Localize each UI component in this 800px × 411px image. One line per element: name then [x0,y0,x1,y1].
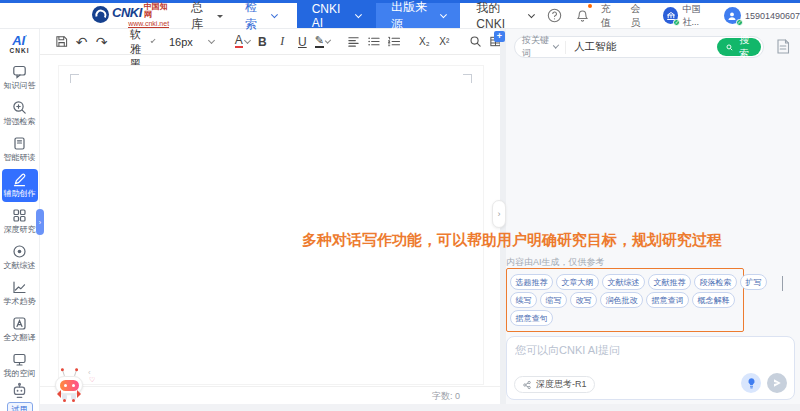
sidebar-collapse-handle[interactable]: › [36,209,44,235]
sidebar-item-label: 文献综述 [4,260,36,271]
nav-zongku[interactable]: 总库 [191,3,223,28]
user-account[interactable]: ✓ 15901490607 [724,3,800,28]
sidebar-ai-logo[interactable]: AI' CNKI [10,29,30,58]
sidebar-item-knowledge-qa[interactable]: 知识问答 [2,61,38,94]
nav-publish-label: 出版来源 [391,0,435,33]
underline-button[interactable]: U [293,32,312,52]
institution-badge[interactable]: ✓ 中国社... [663,3,714,28]
editor-toolbar: ↶ ↷ 微软雅黑 16px A B I U ✎ [40,29,500,55]
help-icon[interactable] [547,3,562,28]
nav-tab-cnki-ai[interactable]: CNKI AI [297,3,376,28]
drag-move-icon[interactable]: + [494,31,505,42]
trial-badge[interactable]: 试用 [7,402,33,411]
ai-function-tag[interactable]: 缩写 [540,292,567,308]
font-color-button[interactable]: A [233,32,252,52]
inspiration-bulb-button[interactable] [741,373,761,393]
search-mode-select[interactable]: 按关键词 [515,41,566,54]
italic-button[interactable]: I [273,32,292,52]
chevron-down-icon [440,11,447,18]
ai-function-tag[interactable]: 文献推荐 [648,274,691,290]
highlight-button[interactable]: ✎ [313,32,332,52]
nav-my-cnki[interactable]: 我的CNKI [476,3,534,28]
numbered-list-button[interactable] [384,32,403,52]
search-plus-icon [12,100,27,115]
bold-button[interactable]: B [253,32,272,52]
nav-my-cnki-label: 我的CNKI [476,0,524,31]
sidebar-item-my-space[interactable]: 我的空间 [2,349,38,382]
search-button[interactable]: 搜索 [717,38,761,56]
institution-name: 中国社... [682,3,714,29]
ai-function-tag[interactable]: 润色批改 [600,292,643,308]
collapse-tags-button[interactable] [782,276,783,290]
ai-function-tag[interactable]: 文献综述 [602,274,645,290]
caret-down-icon [217,15,223,21]
ai-function-tag[interactable]: 扩写 [740,274,767,290]
ai-function-tag[interactable]: 据意查句 [510,310,553,326]
recharge-link[interactable]: 充值 [601,3,619,28]
search-input[interactable] [566,41,717,53]
font-size-select[interactable]: 16px [162,32,221,52]
mascot-heart-icon: ♡ [89,376,95,384]
chat-input[interactable] [515,343,786,372]
font-family-select[interactable]: 微软雅黑 [123,32,161,52]
member-link[interactable]: 会员 [630,3,648,28]
cnki-logo-icon [92,6,109,26]
bullet-list-button[interactable] [364,32,383,52]
nav-tab-publish-source[interactable]: 出版来源 [376,3,460,28]
deep-think-toggle[interactable]: 深度思考-R1 [514,376,595,393]
search-button-label: 搜索 [736,33,752,61]
document-page[interactable] [58,65,484,385]
cnki-logo-text: CNKI 中国知网 www.cnki.net [112,3,169,28]
ai-function-tag[interactable]: 改写 [570,292,597,308]
redo-icon[interactable]: ↷ [92,32,111,52]
sidebar-item-label: 深度研究 [4,224,36,235]
send-button[interactable] [767,373,787,393]
nav-cnki-ai-label: CNKI AI [312,2,351,30]
nav-search-label: 检索 [245,0,267,33]
ai-function-tag[interactable]: 文章大纲 [556,274,599,290]
ai-function-tag[interactable]: 续写 [510,292,537,308]
trial-robot-icon[interactable] [11,382,28,399]
mascot-leg [71,394,76,400]
ai-function-tag[interactable]: 段落检索 [694,274,737,290]
logo-url: www.cnki.net [128,20,169,28]
sidebar-item-deep-research[interactable]: 深度研究 [2,205,38,238]
chevron-down-icon [553,42,559,48]
panel-collapse-handle[interactable]: › [492,200,506,228]
ai-function-tag[interactable]: 据意查词 [646,292,689,308]
word-count-label: 字数: [432,391,455,401]
verified-check-icon: ✓ [736,19,743,26]
book-icon [12,136,27,151]
align-button[interactable] [344,32,363,52]
page-corner-mark [70,74,79,83]
sidebar-item-label: 增强检索 [4,116,36,127]
cnki-logo[interactable]: CNKI 中国知网 www.cnki.net [92,3,169,28]
ai-function-tag[interactable]: 选题推荐 [510,274,553,290]
sidebar-item-fulltext-translate[interactable]: 全文翻译 [2,313,38,346]
sidebar-item-literature-review[interactable]: 文献综述 [2,241,38,274]
chevron-down-icon [355,11,362,18]
sidebar-item-label: 智能研读 [4,152,36,163]
sidebar-item-enhanced-search[interactable]: 增强检索 [2,97,38,130]
mascot-eye [72,384,75,387]
sidebar-bottom: 试用 [7,382,33,411]
assistant-mascot[interactable] [52,369,88,403]
grid-icon [12,208,27,223]
notification-bell-icon[interactable] [575,3,590,28]
find-icon[interactable] [466,32,485,52]
sidebar-item-academic-trends[interactable]: 学术趋势 [2,277,38,310]
ai-function-tag[interactable]: 概念解释 [692,292,735,308]
ai-chat-panel: 按关键词 搜索 选题推荐文章大纲文献综述文献推荐段落检索扩写 续写缩写改写润色批… [506,29,800,411]
undo-icon[interactable]: ↶ [72,32,91,52]
document-editor: ↶ ↷ 微软雅黑 16px A B I U ✎ [40,29,500,411]
history-doc-icon[interactable] [775,38,791,58]
save-icon[interactable] [52,32,71,52]
chevron-up-icon [782,276,783,291]
nav-search[interactable]: 检索 [245,3,276,28]
subscript-button[interactable]: X₂ [415,32,434,52]
institution-icon: ✓ [663,7,679,24]
superscript-button[interactable]: X² [435,32,454,52]
target-icon [12,244,27,259]
sidebar-item-writing-assist[interactable]: 辅助创作 [2,169,38,202]
sidebar-item-smart-reading[interactable]: 智能研读 [2,133,38,166]
